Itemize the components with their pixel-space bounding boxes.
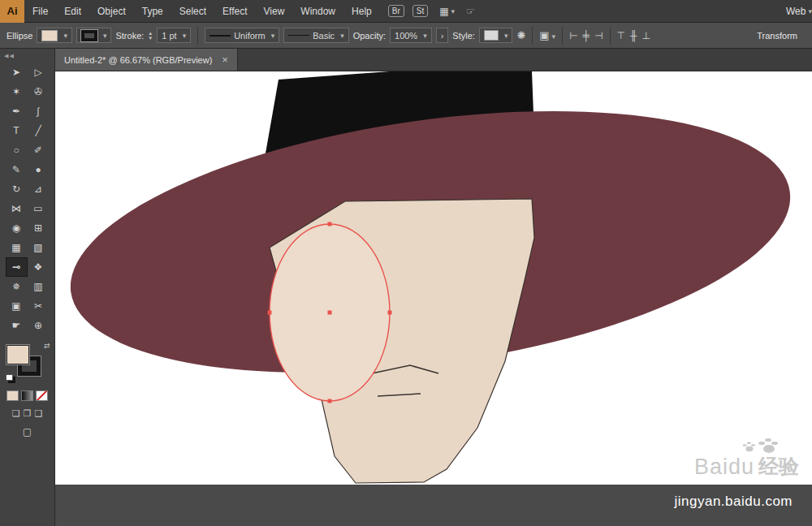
style-dropdown[interactable]: ▾	[479, 28, 513, 43]
scale-tool[interactable]: ⊿	[28, 179, 50, 199]
column-graph-tool[interactable]: ▥	[28, 277, 50, 296]
opacity-value: 100%	[395, 31, 417, 41]
symbol-sprayer-tool[interactable]: ✵	[6, 277, 28, 296]
free-transform-tool[interactable]: ▭	[28, 199, 50, 218]
gradient-tool[interactable]: ▧	[28, 238, 50, 257]
menu-item-help[interactable]: Help	[343, 6, 380, 17]
width-profile-dropdown[interactable]: Uniform ▾	[205, 28, 279, 43]
eyedropper-tool[interactable]: ⊸	[6, 257, 28, 277]
share-icon[interactable]: ☞	[466, 6, 475, 17]
ellipse-tool[interactable]: ○	[6, 140, 28, 160]
chevron-down-icon: ▾	[423, 32, 427, 40]
transform-panel-label[interactable]: Transform	[757, 31, 806, 41]
canvas[interactable]: Baidu 经验 jingyan.baidu.com	[55, 71, 812, 526]
stock-button[interactable]: St	[412, 5, 428, 17]
mesh-tool[interactable]: ▦	[6, 238, 28, 257]
separator	[562, 27, 563, 45]
style-label[interactable]: Style:	[452, 31, 475, 41]
lasso-tool[interactable]: ✇	[28, 82, 50, 101]
anchor-point-right[interactable]	[388, 311, 392, 315]
menu-item-type[interactable]: Type	[134, 6, 171, 17]
brush-preview	[288, 35, 309, 36]
align-right-icon[interactable]: ⊣	[594, 30, 603, 41]
screen-mode-button[interactable]: ▢	[0, 426, 54, 438]
stroke-weight-label[interactable]: Stroke:	[115, 31, 144, 41]
watermark-brand-cn: 经验	[758, 453, 799, 480]
slice-tool[interactable]: ✂	[28, 296, 50, 316]
default-fill-stroke-icon[interactable]	[6, 374, 13, 381]
draw-behind-icon[interactable]: ❐	[24, 408, 32, 419]
hand-tool[interactable]: ☛	[6, 316, 28, 335]
pen-tool[interactable]: ✒	[6, 101, 28, 121]
separator	[610, 27, 611, 45]
fill-color-dropdown[interactable]: ▾	[37, 28, 72, 43]
workspace-grid-icon[interactable]: ▦ ▾	[439, 6, 455, 17]
artwork-svg	[55, 71, 812, 485]
style-swatch	[484, 30, 499, 41]
fill-color-indicator[interactable]	[6, 345, 29, 364]
paintbrush-tool[interactable]: ✐	[28, 140, 50, 160]
collapse-panel-icon[interactable]: ◀◀	[0, 49, 54, 63]
shape-builder-tool[interactable]: ◉	[6, 218, 28, 238]
none-button[interactable]	[36, 390, 48, 401]
width-profile-value: Uniform	[234, 31, 266, 41]
gradient-button[interactable]	[21, 390, 33, 401]
line-segment-tool[interactable]: ╱	[28, 121, 50, 140]
bridge-button[interactable]: Br	[388, 5, 404, 17]
chevron-down-icon: ▾	[552, 32, 556, 41]
draw-inside-icon[interactable]: ❑	[34, 408, 42, 419]
anchor-point-top[interactable]	[328, 222, 332, 226]
document-tab[interactable]: Untitled-2* @ 66.67% (RGB/Preview) ×	[55, 49, 238, 71]
anchor-point-left[interactable]	[268, 311, 272, 315]
rotate-tool[interactable]: ↻	[6, 179, 28, 199]
opacity-label[interactable]: Opacity:	[353, 31, 386, 41]
document-setup-icon[interactable]: ▣▾	[539, 29, 555, 41]
anchor-point-bottom[interactable]	[328, 399, 332, 403]
swap-fill-stroke-icon[interactable]: ⇄	[44, 342, 50, 350]
direct-selection-tool[interactable]: ▷	[28, 63, 50, 82]
blob-brush-tool[interactable]: ●	[28, 160, 50, 179]
stroke-weight-dropdown[interactable]: 1 pt ▾	[157, 28, 191, 43]
opacity-panel-button[interactable]: ›	[436, 28, 449, 43]
color-button[interactable]	[6, 390, 19, 401]
stroke-weight-stepper[interactable]: ▲ ▼	[148, 31, 153, 41]
artboard-tool[interactable]: ▣	[6, 296, 28, 316]
magic-wand-tool[interactable]: ✶	[6, 82, 28, 101]
opacity-dropdown[interactable]: 100% ▾	[390, 28, 432, 43]
recolor-artwork-icon[interactable]: ✺	[516, 29, 525, 41]
panel-arrow-icon: ›	[441, 31, 444, 41]
align-left-icon[interactable]: ⊢	[569, 30, 577, 41]
pencil-tool[interactable]: ✎	[6, 160, 28, 179]
perspective-grid-tool[interactable]: ⊞	[28, 218, 50, 238]
drawing-mode-buttons: ❏ ❐ ❑	[0, 408, 54, 419]
center-point[interactable]	[328, 311, 332, 315]
paw-icon	[745, 446, 753, 452]
draw-normal-icon[interactable]: ❏	[12, 408, 20, 419]
document-tabbar: Untitled-2* @ 66.67% (RGB/Preview) ×	[55, 49, 812, 71]
app-logo[interactable]: Ai	[0, 0, 24, 23]
artboard[interactable]	[55, 71, 812, 485]
close-icon[interactable]: ×	[222, 54, 228, 66]
tool-grid: ➤▷✶✇✒∫T╱○✐✎●↻⊿⋈▭◉⊞▦▧⊸❖✵▥▣✂☛⊕	[0, 63, 54, 335]
selection-tool[interactable]: ➤	[6, 63, 28, 82]
curvature-tool[interactable]: ∫	[28, 101, 50, 121]
menu-item-view[interactable]: View	[256, 6, 293, 17]
menu-item-edit[interactable]: Edit	[56, 6, 89, 17]
type-tool[interactable]: T	[6, 121, 28, 140]
menu-item-effect[interactable]: Effect	[214, 6, 255, 17]
align-top-icon[interactable]: ⊤	[617, 30, 625, 41]
align-h-center-icon[interactable]: ╪	[583, 30, 590, 41]
align-v-center-icon[interactable]: ╫	[630, 30, 637, 41]
stroke-color-dropdown[interactable]: ▾	[76, 28, 112, 43]
zoom-tool[interactable]: ⊕	[28, 316, 50, 335]
align-bottom-icon[interactable]: ⊥	[642, 30, 650, 41]
brush-dropdown[interactable]: Basic ▾	[283, 28, 348, 43]
menu-item-object[interactable]: Object	[89, 6, 134, 17]
blend-tool[interactable]: ❖	[28, 257, 50, 277]
stepper-down-icon[interactable]: ▼	[148, 36, 153, 41]
menu-item-select[interactable]: Select	[171, 6, 214, 17]
menu-item-file[interactable]: File	[24, 6, 56, 17]
width-tool[interactable]: ⋈	[6, 199, 28, 218]
menu-item-window[interactable]: Window	[292, 6, 343, 17]
workspace-switcher[interactable]: Web ▾	[786, 6, 812, 17]
